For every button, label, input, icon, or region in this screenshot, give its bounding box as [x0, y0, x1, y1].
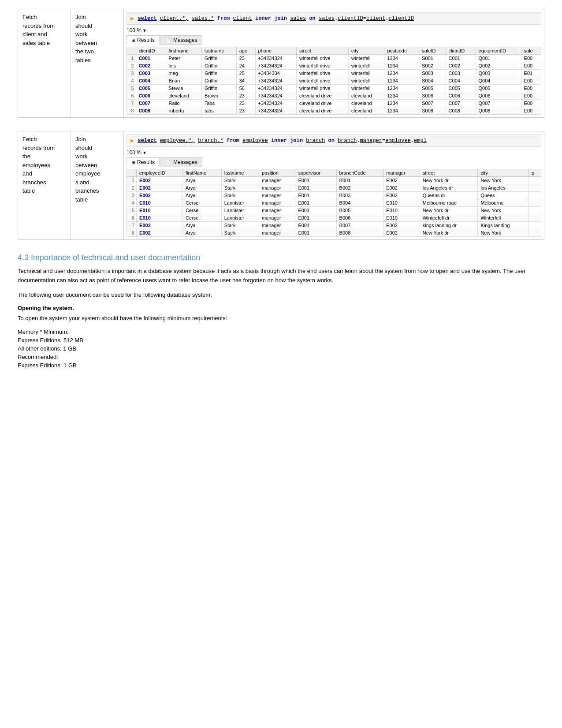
table-cell: New York: [478, 177, 529, 184]
table-cell: cleveland drive: [297, 107, 349, 115]
table-cell: manager: [259, 207, 295, 214]
table-row: 3E002AryaStarkmanagerE001B003E002Queens …: [127, 192, 541, 199]
cell-employeeid: E002: [137, 177, 183, 184]
row-number: 6: [127, 214, 137, 222]
table-cell: winterfell: [349, 62, 384, 70]
row-number: 2: [127, 62, 136, 70]
row-number: 4: [127, 199, 137, 207]
table-cell: 23: [236, 92, 255, 100]
table-row: 5C005StewieGriffin56+34234324winterfell …: [127, 85, 541, 92]
table-cell: winterfell drive: [297, 55, 349, 62]
table-cell: E001: [295, 184, 336, 192]
row-number: 6: [127, 92, 136, 100]
table-cell: C006: [446, 92, 476, 100]
table-cell: S006: [419, 92, 446, 100]
messages-tab-1[interactable]: 📄 Messages: [160, 35, 202, 45]
row-number: 4: [127, 77, 136, 85]
tab-bar-2: ⊞ Results 📄 Messages: [127, 157, 541, 167]
table-cell: E001: [295, 207, 336, 214]
cell-employeeid: E010: [137, 214, 183, 222]
section2-left-label: Fetchrecords fromtheemployeesandbranches…: [18, 131, 71, 240]
table-cell: Brian: [166, 77, 201, 85]
recommended-line: Recommended:: [18, 354, 544, 360]
table-row: 4C004BrianGriffin34+34234324winterfell d…: [127, 77, 541, 85]
row-number: 2: [127, 184, 137, 192]
table-cell: Brown: [201, 92, 236, 100]
table-cell: E001: [295, 229, 336, 237]
table-cell: +34234324: [255, 62, 296, 70]
table-row: 2E002AryaStarkmanagerE001B002E002los Ang…: [127, 184, 541, 192]
table-cell: Griffin: [201, 55, 236, 62]
col-header-city-2: city: [478, 169, 529, 177]
table-cell: +34234324: [255, 107, 296, 115]
table-cell: +34234324: [255, 77, 296, 85]
table-cell: E00: [521, 62, 541, 70]
section-43: 4.3 Importance of technical and user doc…: [18, 253, 544, 369]
table-cell: Q003: [476, 70, 521, 77]
results-wrapper-1: clientID firstname lastname age phone st…: [127, 47, 541, 115]
table-cell: E010: [383, 207, 420, 214]
cell-clientid: C002: [136, 62, 166, 70]
row-number: 1: [127, 55, 136, 62]
table-cell: C002: [446, 62, 476, 70]
table-cell: Q006: [476, 92, 521, 100]
table-cell: Kings landing: [478, 222, 529, 229]
table-row: 7C007RalloTabs23+34234324cleveland drive…: [127, 100, 541, 107]
table-cell: E001: [295, 177, 336, 184]
table-cell: winterfell: [349, 77, 384, 85]
col-header-supervisor-2: supervisor: [295, 169, 336, 177]
results-tab-2[interactable]: ⊞ Results: [127, 157, 160, 167]
messages-tab-2[interactable]: 📄 Messages: [160, 157, 202, 167]
table-cell: E002: [383, 192, 420, 199]
table-cell: 23: [236, 55, 255, 62]
table-row: 8E002AryaStarkmanagerE001B008E002New Yor…: [127, 229, 541, 237]
table-cell: C001: [446, 55, 476, 62]
cell-clientid: C003: [136, 70, 166, 77]
table-cell: E00: [521, 55, 541, 62]
table-cell: B005: [336, 207, 383, 214]
col-header-firstname-2: firstName: [182, 169, 221, 177]
all-other-line: All other editions: 1 GB: [18, 345, 544, 352]
section-43-body1: Technical and user documentation is impo…: [18, 267, 544, 285]
row-number: 8: [127, 229, 137, 237]
cell-clientid: C001: [136, 55, 166, 62]
zoom-dropdown-icon-2[interactable]: ▾: [143, 149, 146, 156]
table-cell: 24: [236, 62, 255, 70]
col-header-empid-2: employeeID: [137, 169, 183, 177]
table-cell: Griffin: [201, 70, 236, 77]
table-cell: E01: [521, 70, 541, 77]
row-number: 1: [127, 177, 137, 184]
table-cell: manager: [259, 184, 295, 192]
results-tab-1[interactable]: ⊞ Results: [127, 35, 160, 45]
zoom-dropdown-icon-1[interactable]: ▾: [143, 27, 146, 34]
table-cell: Stewie: [166, 85, 201, 92]
table-cell: 23: [236, 107, 255, 115]
table-cell: B007: [336, 222, 383, 229]
results-tab-label-2: Results: [137, 159, 155, 165]
cell-clientid: C005: [136, 85, 166, 92]
section2-outer-table: Fetchrecords fromtheemployeesandbranches…: [18, 131, 544, 240]
table-cell: cleveland drive: [297, 92, 349, 100]
table-row: 4E010CerseiLannistermanagerE001B004E010M…: [127, 199, 541, 207]
table-cell: cleveland drive: [297, 100, 349, 107]
col-header-branchcode-2: branchCode: [336, 169, 383, 177]
table-cell: [529, 207, 541, 214]
table-cell: Q004: [476, 77, 521, 85]
table-cell: Queens dr: [420, 192, 478, 199]
table-cell: C007: [446, 100, 476, 107]
table-row: 2C002loisGriffin24+34234324winterfell dr…: [127, 62, 541, 70]
col-header-rownum-1: [127, 47, 136, 55]
cell-employeeid: E002: [137, 184, 183, 192]
table-cell: manager: [259, 214, 295, 222]
table-cell: +3434334: [255, 70, 296, 77]
table-cell: 56: [236, 85, 255, 92]
cell-employeeid: E002: [137, 229, 183, 237]
results-table-2: employeeID firstName lastname position s…: [127, 169, 541, 237]
col-header-lastname-2: lastname: [221, 169, 259, 177]
table-cell: [529, 214, 541, 222]
cell-employeeid: E002: [137, 222, 183, 229]
col-header-clientid-1: clientID: [136, 47, 166, 55]
table-cell: B002: [336, 184, 383, 192]
table-cell: roberta: [166, 107, 201, 115]
table-cell: Q008: [476, 107, 521, 115]
